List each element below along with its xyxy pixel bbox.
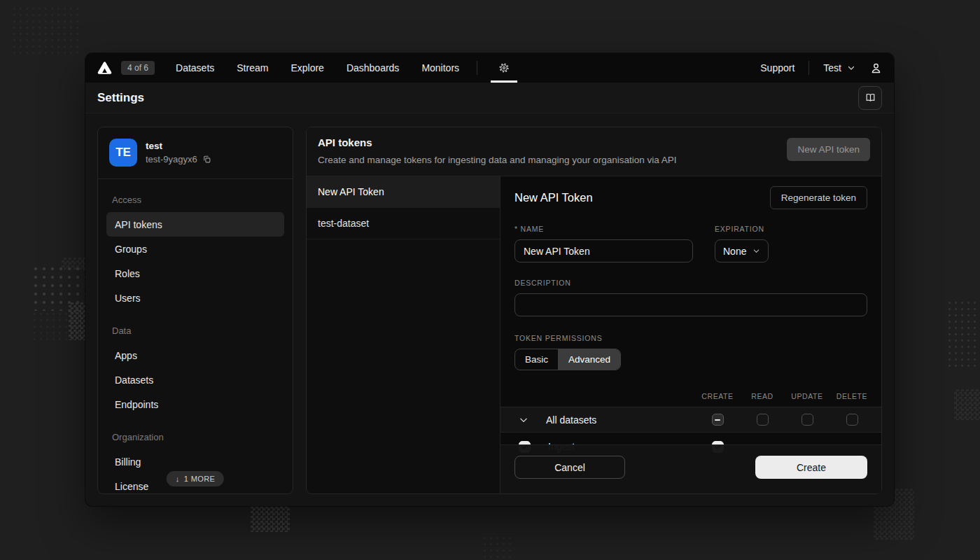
cancel-button[interactable]: Cancel — [514, 456, 625, 479]
background-pattern — [62, 258, 85, 270]
expiration-label: EXPIRATION — [715, 225, 769, 233]
permissions-tab-basic[interactable]: Basic — [515, 349, 558, 370]
sidebar-item-label: Endpoints — [115, 399, 158, 410]
nav-links: Datasets Stream Explore Dashboards Monit… — [176, 62, 459, 74]
permissions-tab-advanced[interactable]: Advanced — [558, 349, 620, 370]
sidebar-section-data: Data Apps Datasets Endpoints — [106, 319, 284, 416]
permissions-table-header: CREATE READ UPDATE DELETE — [500, 386, 881, 407]
org-avatar: TE — [109, 139, 137, 167]
description-label: DESCRIPTION — [514, 279, 867, 287]
section-label: Organization — [106, 426, 284, 449]
nav-item-datasets[interactable]: Datasets — [176, 62, 214, 74]
app-window: 4 of 6 Datasets Stream Explore Dashboard… — [85, 53, 894, 506]
column-header-delete: DELETE — [830, 392, 874, 400]
panel-body: New API Token test-dataset New API Token… — [307, 176, 881, 493]
sidebar-item-apps[interactable]: Apps — [106, 343, 284, 368]
page-header: Settings — [85, 83, 894, 113]
name-label: * NAME — [514, 225, 693, 233]
sidebar-item-label: License — [115, 481, 148, 492]
name-input[interactable] — [514, 239, 693, 262]
scroll-more-badge[interactable]: ↓ 1 MORE — [167, 471, 224, 486]
nav-item-stream[interactable]: Stream — [237, 62, 268, 74]
copy-icon[interactable] — [202, 155, 211, 164]
sidebar-item-label: Roles — [115, 268, 140, 279]
background-pattern — [11, 6, 81, 56]
background-pattern — [954, 389, 980, 420]
nav-tab-settings[interactable] — [487, 53, 521, 83]
background-pattern — [946, 300, 980, 367]
token-list-item[interactable]: New API Token — [307, 176, 500, 208]
row-label: All datasets — [546, 414, 596, 426]
sidebar-item-label: Groups — [115, 244, 147, 255]
checkbox-all-datasets-update[interactable] — [802, 414, 813, 426]
sidebar-item-billing[interactable]: Billing — [106, 449, 284, 474]
nav-item-monitors[interactable]: Monitors — [421, 62, 459, 74]
permissions-mode-toggle: Basic Advanced — [514, 349, 621, 370]
checkbox-all-datasets-read[interactable] — [757, 414, 769, 426]
column-header-read: READ — [740, 392, 785, 400]
docs-button[interactable] — [858, 86, 882, 110]
new-api-token-button[interactable]: New API token — [787, 138, 870, 161]
token-list-item[interactable]: test-dataset — [307, 208, 500, 239]
checkbox-all-datasets-delete[interactable] — [846, 414, 858, 426]
sidebar-item-api-tokens[interactable]: API tokens — [106, 212, 284, 237]
api-tokens-panel: API tokens Create and manage tokens for … — [306, 127, 882, 494]
column-header-update: UPDATE — [785, 392, 830, 400]
axiom-logo-icon[interactable] — [97, 60, 112, 76]
page-title: Settings — [97, 91, 144, 105]
detail-title: New API Token — [514, 191, 593, 204]
token-permissions-label: TOKEN PERMISSIONS — [514, 334, 867, 342]
user-icon — [869, 62, 883, 75]
sidebar-item-label: Datasets — [115, 374, 153, 386]
sidebar-item-endpoints[interactable]: Endpoints — [106, 392, 284, 416]
checkbox-all-datasets-create[interactable] — [712, 414, 724, 426]
sidebar-item-groups[interactable]: Groups — [106, 237, 284, 261]
panel-header: API tokens Create and manage tokens for … — [307, 127, 881, 176]
top-nav: 4 of 6 Datasets Stream Explore Dashboard… — [85, 53, 894, 83]
chevron-down-icon — [847, 64, 855, 72]
org-name: test — [146, 141, 211, 151]
sidebar-item-users[interactable]: Users — [106, 286, 284, 310]
token-list: New API Token test-dataset — [307, 176, 500, 493]
expiration-value: None — [723, 246, 746, 257]
org-profile: TE test test-9yagyx6 — [98, 136, 293, 179]
description-input[interactable] — [514, 293, 867, 316]
sidebar-item-label: Users — [115, 293, 141, 304]
chevron-down-icon — [752, 247, 760, 255]
sidebar-section-access: Access API tokens Groups Roles Users — [106, 188, 284, 310]
section-label: Data — [106, 319, 284, 343]
nav-divider — [808, 61, 809, 75]
nav-item-explore[interactable]: Explore — [290, 62, 323, 74]
sidebar-item-roles[interactable]: Roles — [106, 261, 284, 286]
sidebar-item-label: API tokens — [115, 219, 162, 230]
detail-footer: Cancel Create — [500, 444, 881, 493]
org-switcher[interactable]: Test — [823, 62, 855, 74]
table-row-all-datasets: All datasets — [500, 407, 881, 433]
settings-sidebar: TE test test-9yagyx6 Acce — [97, 127, 293, 494]
token-name: test-dataset — [318, 218, 369, 229]
panel-description: Create and manage tokens for ingesting d… — [318, 155, 677, 165]
sidebar-item-label: Billing — [115, 456, 141, 468]
nav-right-group: Support Test — [760, 61, 883, 75]
nav-item-dashboards[interactable]: Dashboards — [346, 62, 400, 74]
arrow-down-icon: ↓ — [176, 475, 180, 483]
support-link[interactable]: Support — [760, 62, 794, 74]
regenerate-token-button[interactable]: Regenerate token — [770, 186, 867, 209]
section-label: Access — [106, 188, 284, 212]
org-switcher-label: Test — [823, 62, 841, 74]
version-badge: 4 of 6 — [121, 61, 155, 75]
content-area: TE test test-9yagyx6 Acce — [85, 113, 894, 506]
sidebar-item-datasets[interactable]: Datasets — [106, 368, 284, 392]
column-header-create: CREATE — [695, 392, 740, 400]
token-name: New API Token — [318, 186, 384, 197]
user-menu-button[interactable] — [869, 62, 883, 75]
sidebar-item-label: Apps — [115, 350, 137, 361]
org-slug: test-9yagyx6 — [146, 154, 197, 164]
chevron-down-icon[interactable] — [519, 415, 528, 425]
token-detail-pane: New API Token Regenerate token * NAME EX… — [500, 176, 881, 493]
create-button[interactable]: Create — [755, 456, 867, 479]
gear-icon — [498, 62, 510, 74]
panel-title: API tokens — [318, 136, 677, 148]
book-icon — [864, 92, 876, 104]
expiration-select[interactable]: None — [715, 239, 769, 262]
